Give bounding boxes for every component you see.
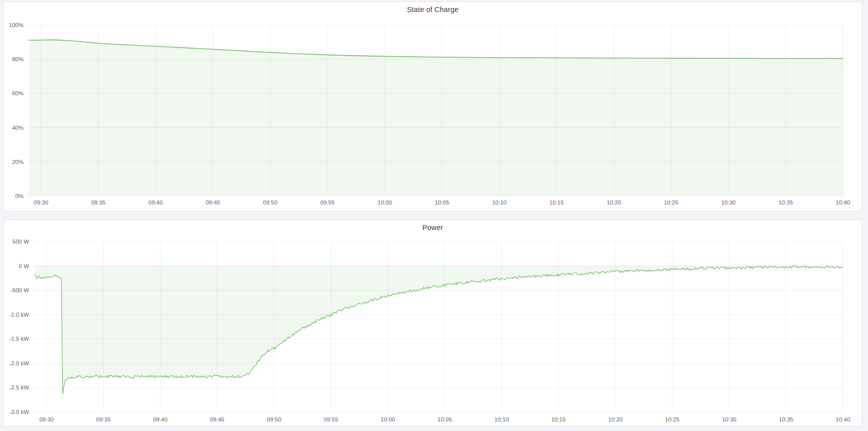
x-tick-label: 09:55 [320, 199, 335, 205]
x-tick-label: 10:25 [664, 199, 679, 205]
x-tick-label: 09:45 [210, 416, 224, 422]
y-tick-label: 40% [12, 125, 24, 131]
y-tick-label: -1.5 kW [9, 336, 29, 342]
x-tick-label: 09:40 [153, 416, 168, 422]
y-tick-label: 80% [12, 56, 24, 62]
x-tick-label: 10:00 [381, 416, 395, 422]
x-tick-label: 10:20 [608, 416, 623, 422]
x-tick-label: 09:45 [206, 199, 220, 205]
panel-state-of-charge: State of Charge 09:3009:3509:4009:4509:5… [4, 2, 862, 211]
x-tick-label: 10:40 [836, 199, 850, 205]
x-tick-label: 10:30 [721, 199, 736, 205]
x-tick-label: 10:10 [492, 199, 506, 205]
x-tick-label: 10:05 [438, 416, 452, 422]
panel-title-power[interactable]: Power [4, 224, 861, 232]
x-tick-label: 10:25 [665, 416, 680, 422]
y-tick-label: 0% [15, 193, 24, 199]
x-tick-label: 09:30 [39, 416, 54, 422]
x-tick-label: 10:40 [836, 416, 850, 422]
x-tick-label: 10:10 [494, 416, 509, 422]
power-svg[interactable]: 09:3009:3509:4009:4509:5009:5510:0010:05… [4, 220, 861, 426]
x-tick-label: 09:50 [263, 199, 277, 205]
y-tick-label: -3.0 kW [9, 409, 29, 415]
y-tick-label: 100% [9, 22, 24, 28]
y-tick-label: -2.0 kW [9, 360, 29, 366]
y-tick-label: -1.0 kW [9, 312, 29, 318]
x-tick-label: 09:35 [96, 416, 111, 422]
x-tick-label: 10:00 [378, 199, 392, 205]
y-tick-label: 0 W [19, 263, 30, 269]
y-tick-label: 60% [12, 90, 24, 96]
state-of-charge-chart-canvas[interactable]: 09:3009:3509:4009:4509:5009:5510:0010:05… [4, 2, 861, 211]
x-tick-label: 10:20 [607, 199, 621, 205]
x-tick-label: 10:15 [549, 199, 564, 205]
x-tick-label: 10:15 [551, 416, 566, 422]
power-chart-canvas[interactable]: 09:3009:3509:4009:4509:5009:5510:0010:05… [4, 220, 861, 426]
x-tick-label: 10:05 [435, 199, 449, 205]
state-of-charge-svg[interactable]: 09:3009:3509:4009:4509:5009:5510:0010:05… [4, 2, 861, 211]
y-tick-label: 20% [12, 159, 24, 165]
x-tick-label: 10:35 [779, 416, 793, 422]
x-tick-label: 09:50 [267, 416, 281, 422]
x-tick-label: 10:35 [778, 199, 793, 205]
panel-title-state-of-charge[interactable]: State of Charge [4, 6, 861, 14]
x-tick-label: 09:30 [34, 199, 49, 205]
series-area-fill [35, 266, 843, 394]
x-tick-label: 09:35 [91, 199, 106, 205]
y-tick-label: -2.5 kW [9, 384, 29, 390]
x-tick-label: 09:40 [148, 199, 163, 205]
x-tick-label: 09:55 [324, 416, 338, 422]
panel-power: Power 09:3009:3509:4009:4509:5009:5510:0… [4, 220, 862, 426]
y-tick-label: -500 W [11, 287, 29, 293]
y-tick-label: 500 W [13, 239, 29, 245]
series-area-fill [29, 40, 843, 196]
x-tick-label: 10:30 [722, 416, 736, 422]
